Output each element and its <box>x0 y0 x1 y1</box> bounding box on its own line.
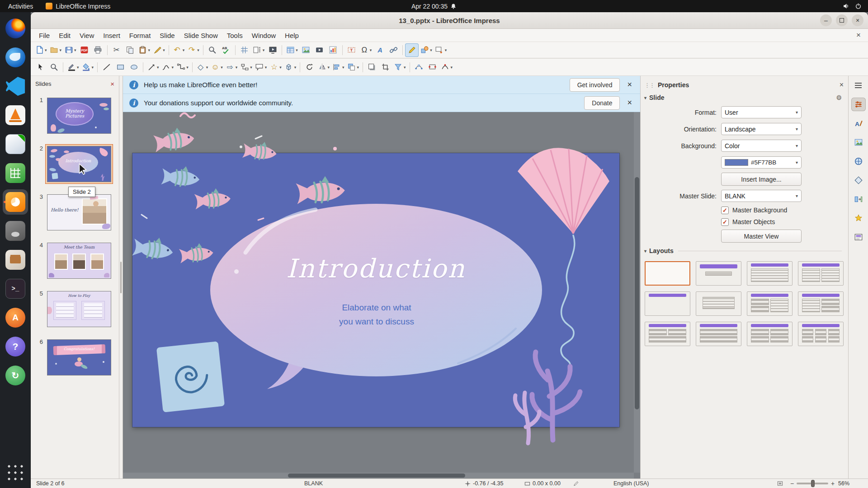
slide-row-5[interactable]: 5 How to Play <box>33 289 116 329</box>
menu-window[interactable]: Window <box>247 29 280 42</box>
fit-slide-button[interactable] <box>777 481 783 487</box>
topbar-app-menu[interactable]: LibreOffice Impress <box>41 3 115 10</box>
layout-title-two-content[interactable] <box>798 261 844 286</box>
layout-four-content[interactable] <box>747 322 793 346</box>
master-view-button[interactable]: Master View <box>721 230 802 243</box>
minimize-button[interactable]: – <box>820 14 832 26</box>
lines-and-arrows-button[interactable]: ▾ <box>146 61 160 74</box>
align-objects-button[interactable]: ▾ <box>331 61 346 74</box>
section-settings-icon[interactable]: ⚙ <box>836 94 845 101</box>
layout-title-only[interactable] <box>645 291 690 316</box>
get-involved-button[interactable]: Get involved <box>570 78 620 92</box>
insert-line-button[interactable] <box>100 61 113 74</box>
dock-firefox[interactable] <box>3 16 28 41</box>
slide-section-header[interactable]: ▾ Slide ⚙ <box>644 91 845 104</box>
ellipse-button[interactable] <box>127 61 141 74</box>
block-arrows-button[interactable]: ⇨▾ <box>224 61 239 74</box>
cut-button[interactable]: ✂ <box>110 43 123 57</box>
menu-format[interactable]: Format <box>125 29 156 42</box>
connectors-button[interactable]: ▾ <box>175 61 190 74</box>
dock-vscode[interactable] <box>3 74 28 99</box>
redo-button[interactable]: ↷▾ <box>186 43 201 57</box>
document-modified-status[interactable] <box>573 481 579 487</box>
language-status[interactable]: English (USA) <box>613 480 649 487</box>
layout-content-two-content[interactable] <box>798 291 844 316</box>
display-views-button[interactable]: ▾ <box>251 43 266 57</box>
sidebar-tab-slide-transition[interactable] <box>851 192 866 206</box>
master-background-checkbox[interactable]: ✓ <box>721 206 729 214</box>
shadow-button[interactable] <box>365 61 379 74</box>
menu-slide-show[interactable]: Slide Show <box>179 29 222 42</box>
insert-chart-button[interactable] <box>326 43 340 57</box>
arrange-button[interactable]: ▾ <box>345 61 360 74</box>
slide-thumbnail-6[interactable]: Congratulations! <box>47 339 111 375</box>
power-icon[interactable] <box>855 3 862 9</box>
activities-button[interactable]: Activities <box>0 0 41 12</box>
sidebar-tab-shapes[interactable] <box>851 174 866 187</box>
horizontal-scrollbar[interactable] <box>123 473 634 479</box>
slide-thumbnail-4[interactable]: Meet the Team <box>47 243 111 279</box>
menu-file[interactable]: File <box>34 29 54 42</box>
menu-edit[interactable]: Edit <box>54 29 75 42</box>
flip-button[interactable]: ▾ <box>316 61 331 74</box>
layout-content-over-content[interactable] <box>696 322 741 346</box>
stars-and-banners-button[interactable]: ☆▾ <box>268 61 283 74</box>
infobar-close-button[interactable]: × <box>625 80 634 89</box>
format-select[interactable]: User ▾ <box>721 106 802 118</box>
donate-button[interactable]: Donate <box>584 96 620 110</box>
slide-thumbnail-2[interactable]: Introduction <box>47 146 111 182</box>
layout-centered-text[interactable] <box>696 291 741 316</box>
slide-row-4[interactable]: 4 Meet the Team <box>33 241 116 281</box>
insert-text-box-button[interactable]: T <box>345 43 359 57</box>
select-button[interactable] <box>33 61 47 74</box>
dock-libreoffice-start[interactable] <box>3 131 28 157</box>
insert-special-character-button[interactable]: Ω▾ <box>359 43 373 57</box>
dock-ubuntu-software[interactable] <box>3 305 28 330</box>
print-button[interactable] <box>91 43 105 57</box>
slide-thumbnail-1[interactable]: Mystery Pictures <box>47 98 111 134</box>
menu-view[interactable]: View <box>75 29 99 42</box>
background-select[interactable]: Color ▾ <box>721 140 802 152</box>
dock-gimp[interactable] <box>3 218 28 244</box>
show-draw-functions-button[interactable] <box>405 43 419 57</box>
open-button[interactable]: ▾ <box>48 43 63 57</box>
zoom-slider-track[interactable] <box>797 483 828 484</box>
clone-formatting-button[interactable]: ▾ <box>151 43 166 57</box>
sidebar-tab-styles[interactable]: A <box>851 117 866 130</box>
slides-panel-close-button[interactable]: × <box>110 80 114 88</box>
callouts-button[interactable]: ▾ <box>254 61 269 74</box>
master-slide-status[interactable]: BLANK <box>304 480 323 487</box>
menu-tools[interactable]: Tools <box>222 29 247 42</box>
insert-image-button[interactable] <box>299 43 313 57</box>
layouts-section-header[interactable]: ▾ Layouts <box>644 244 845 257</box>
insert-media-button[interactable] <box>313 43 326 57</box>
sidebar-tab-master-slides[interactable] <box>851 230 866 244</box>
menu-slide[interactable]: Slide <box>155 29 179 42</box>
to-curve-button[interactable]: ▾ <box>439 61 454 74</box>
curves-and-polygons-button[interactable]: ▾ <box>160 61 175 74</box>
background-color-select[interactable]: #5F77BB ▾ <box>721 156 802 169</box>
menu-help[interactable]: Help <box>280 29 303 42</box>
master-slide-select[interactable]: BLANK ▾ <box>721 190 802 202</box>
layout-title-slide[interactable] <box>696 261 741 286</box>
maximize-button[interactable] <box>836 14 848 26</box>
properties-close-button[interactable]: × <box>840 81 845 89</box>
slide-page[interactable]: Introduction Elaborate on what you want … <box>132 153 619 427</box>
slide-canvas[interactable]: Introduction Elaborate on what you want … <box>123 112 640 479</box>
rotate-button[interactable] <box>302 61 316 74</box>
slide-row-2[interactable]: 2 Introduction <box>33 144 116 184</box>
dock-thunderbird[interactable] <box>3 45 28 70</box>
3d-objects-button[interactable]: ▾ <box>283 61 298 74</box>
zoom-slider-handle[interactable] <box>811 480 815 487</box>
orientation-select[interactable]: Landscape ▾ <box>721 123 802 135</box>
insert-fontwork-button[interactable]: A <box>373 43 387 57</box>
vertical-scrollbar-thumb[interactable] <box>635 177 639 409</box>
new-presentation-button[interactable]: ▾ <box>33 43 48 57</box>
insert-shapes-button[interactable]: ▾ <box>419 43 434 57</box>
zoom-out-button[interactable]: − <box>789 480 795 487</box>
zoom-level-status[interactable]: 56% <box>838 480 849 487</box>
crop-image-button[interactable] <box>379 61 392 74</box>
display-grid-button[interactable] <box>238 43 251 57</box>
symbol-shapes-button[interactable]: ☺▾ <box>209 61 224 74</box>
basic-shapes-button[interactable]: ◇▾ <box>195 61 210 74</box>
